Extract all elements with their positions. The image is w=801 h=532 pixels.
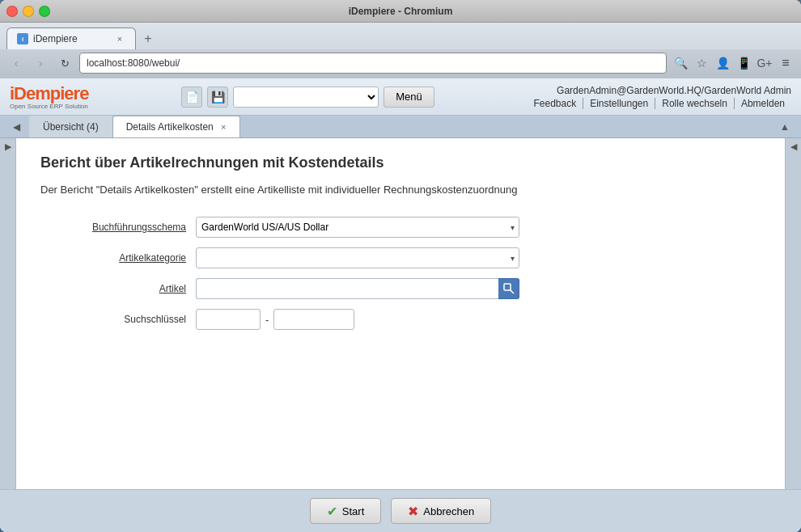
save-icon[interactable]: 💾 (207, 87, 228, 108)
collapse-sidebar-button[interactable]: ◀ (6, 117, 26, 137)
forward-button[interactable]: › (31, 53, 50, 73)
window-title: iDempiere - Chromium (349, 6, 453, 17)
start-check-icon: ✔ (327, 504, 337, 519)
form-grid: Buchführungsschema GardenWorld US/A/US D… (40, 217, 761, 330)
expand-button[interactable]: ▲ (775, 117, 795, 137)
title-bar: iDempiere - Chromium (0, 0, 801, 23)
footer: ✔ Start ✖ Abbrechen (0, 489, 801, 532)
header-toolbar: 📄 💾 Menü (181, 87, 434, 108)
artikel-lookup-button[interactable] (498, 278, 519, 299)
sidebar-right: ◀ (785, 138, 801, 489)
start-button[interactable]: ✔ Start (310, 498, 381, 524)
browser-tab-bar: i iDempiere × + (0, 23, 801, 49)
account-icon[interactable]: 👤 (714, 54, 731, 72)
cancel-label: Abbrechen (423, 505, 474, 517)
buchfuehrungsschema-select-wrapper: GardenWorld US/A/US Dollar ▾ (196, 217, 519, 238)
cancel-x-icon: ✖ (408, 504, 418, 519)
feedback-link[interactable]: Feedback (527, 98, 583, 109)
logout-link[interactable]: Abmelden (735, 98, 791, 109)
browser-chrome: i iDempiere × + ‹ › ↻ localhost:8080/web… (0, 23, 801, 78)
mobile-icon[interactable]: 📱 (735, 54, 752, 72)
suchschluessel-row: Suchschlüssel - (40, 309, 761, 330)
zoom-icon[interactable]: 🔍 (672, 54, 689, 72)
artikel-label[interactable]: Artikel (40, 283, 186, 294)
details-tab[interactable]: Details Artikelkosten × (112, 116, 240, 137)
artikelkategorie-row: Artikelkategorie ▾ (40, 247, 761, 268)
back-button[interactable]: ‹ (6, 53, 26, 73)
artikel-input[interactable] (196, 278, 498, 299)
address-icons: 🔍 ☆ 👤 📱 G+ ≡ (672, 54, 795, 72)
window-select[interactable] (233, 87, 379, 108)
logo-title: iDempiere (10, 83, 88, 104)
tab-favicon: i (17, 33, 28, 44)
bookmark-icon[interactable]: ☆ (693, 54, 710, 72)
start-label: Start (342, 505, 364, 517)
logo-subtitle: Open Source ERP Solution (10, 103, 88, 110)
window-controls (6, 6, 50, 17)
artikel-row: Artikel (40, 278, 761, 299)
buchfuehrungsschema-row: Buchführungsschema GardenWorld US/A/US D… (40, 217, 761, 238)
cancel-button[interactable]: ✖ Abbrechen (391, 498, 491, 524)
sidebar-left-arrow[interactable]: ▶ (5, 141, 11, 152)
close-window-button[interactable] (6, 6, 18, 17)
artikelkategorie-label[interactable]: Artikelkategorie (40, 252, 186, 264)
main-content: ▶ Bericht über Artikelrechnungen mit Kos… (0, 138, 801, 489)
overview-tab-label: Übersicht (4) (43, 121, 99, 133)
page-description: Der Bericht "Details Artikelkosten" erst… (40, 183, 761, 197)
browser-tab-active[interactable]: i iDempiere × (6, 27, 136, 49)
content-area: Bericht über Artikelrechnungen mit Koste… (16, 138, 785, 489)
suchschluessel-dash: - (265, 314, 269, 326)
sidebar-left: ▶ (0, 138, 16, 489)
svg-rect-0 (504, 284, 511, 290)
details-tab-close[interactable]: × (221, 122, 226, 132)
app-logo: iDempiere Open Source ERP Solution (10, 83, 88, 110)
details-tab-label: Details Artikelkosten (126, 121, 214, 133)
address-bar[interactable]: localhost:8080/webui/ (79, 53, 667, 74)
suchschluessel-from-input[interactable] (196, 309, 261, 330)
suchschluessel-to-input[interactable] (273, 309, 354, 330)
settings-link[interactable]: Einstellungen (583, 98, 655, 109)
maximize-window-button[interactable] (39, 6, 50, 17)
artikelkategorie-select-wrapper: ▾ (196, 247, 519, 268)
overview-tab[interactable]: Übersicht (4) (29, 116, 112, 137)
header-user: GardenAdmin@GardenWorld.HQ/GardenWorld A… (527, 85, 791, 109)
app-container: iDempiere Open Source ERP Solution 📄 💾 M… (0, 78, 801, 532)
address-bar-row: ‹ › ↻ localhost:8080/webui/ 🔍 ☆ 👤 📱 G+ ≡ (0, 49, 801, 78)
buchfuehrungsschema-select[interactable]: GardenWorld US/A/US Dollar (196, 217, 519, 238)
role-link[interactable]: Rolle wechseln (655, 98, 735, 109)
user-links: Feedback Einstellungen Rolle wechseln Ab… (527, 98, 791, 109)
app-header: iDempiere Open Source ERP Solution 📄 💾 M… (0, 78, 801, 116)
lookup-icon (503, 283, 515, 294)
svg-line-1 (510, 289, 514, 293)
user-info-text: GardenAdmin@GardenWorld.HQ/GardenWorld A… (557, 85, 791, 96)
page-title: Bericht über Artikelrechnungen mit Koste… (40, 154, 761, 171)
sidebar-right-arrow[interactable]: ◀ (790, 141, 797, 152)
artikel-input-group (196, 278, 519, 299)
tab-close-button[interactable]: × (114, 33, 125, 44)
buchfuehrungsschema-label[interactable]: Buchführungsschema (40, 222, 186, 233)
browser-menu-button[interactable]: ≡ (777, 54, 795, 72)
menu-button[interactable]: Menü (384, 87, 434, 108)
new-document-icon[interactable]: 📄 (181, 87, 202, 108)
new-tab-button[interactable]: + (138, 28, 159, 49)
plus-icon[interactable]: G+ (756, 54, 773, 72)
tab-label: iDempiere (33, 33, 78, 44)
refresh-button[interactable]: ↻ (55, 53, 74, 73)
app-tab-strip: ◀ Übersicht (4) Details Artikelkosten × … (0, 116, 801, 138)
os-window: iDempiere - Chromium i iDempiere × + ‹ ›… (0, 0, 801, 532)
suchschluessel-inputs: - (196, 309, 354, 330)
address-text: localhost:8080/webui/ (87, 57, 180, 69)
minimize-window-button[interactable] (23, 6, 34, 17)
artikelkategorie-select[interactable] (196, 247, 519, 268)
suchschluessel-label: Suchschlüssel (40, 314, 186, 325)
